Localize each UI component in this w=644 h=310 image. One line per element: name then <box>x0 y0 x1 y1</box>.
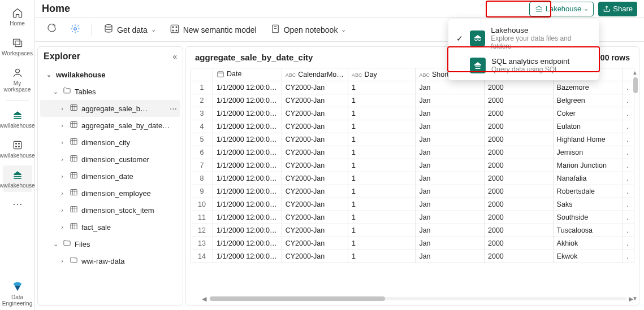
tree-folder-files[interactable]: ⌄ Files <box>40 235 180 252</box>
cell[interactable]: CY2000-Jan <box>282 198 348 211</box>
cell[interactable]: 1/1/2000 12:00:0… <box>213 94 282 107</box>
cell[interactable]: CY2000-Jan <box>282 211 348 224</box>
table-row[interactable]: 61/1/2000 12:00:0…CY2000-Jan1Jan2000Jemi… <box>191 146 634 159</box>
rail-data-engineering[interactable]: Data Engineering <box>3 277 32 310</box>
cell[interactable]: Tuscaloosa <box>553 224 623 237</box>
settings-button[interactable] <box>66 21 85 38</box>
cell[interactable]: Jan <box>416 107 485 120</box>
cell[interactable]: Bazemore <box>553 81 623 94</box>
refresh-button[interactable] <box>42 21 61 38</box>
cell[interactable]: 2000 <box>485 198 554 211</box>
cell[interactable]: CY2000-Jan <box>282 120 348 133</box>
table-row[interactable]: 91/1/2000 12:00:0…CY2000-Jan1Jan2000Robe… <box>191 185 634 198</box>
dropdown-item-lakehouse[interactable]: ✓ Lakehouse Explore your data files and … <box>448 23 599 54</box>
cell[interactable]: Belgreen <box>553 94 623 107</box>
rail-lakehouse-2[interactable]: wwilakehouse <box>3 136 32 162</box>
column-header[interactable]: Date <box>213 68 282 81</box>
tree-table-item[interactable]: › dimension_stock_item <box>40 202 180 219</box>
cell[interactable]: 1 <box>348 120 415 133</box>
tree-table-item[interactable]: › dimension_customer <box>40 151 180 168</box>
collapse-panel-icon[interactable]: « <box>172 52 177 61</box>
cell[interactable]: 2000 <box>485 172 554 185</box>
cell[interactable]: CY2000-Jan <box>282 250 348 263</box>
get-data-button[interactable]: Get data ⌄ <box>99 21 161 38</box>
cell[interactable]: 2000 <box>485 120 554 133</box>
cell[interactable]: Jan <box>416 224 485 237</box>
tree-table-item[interactable]: › dimension_city <box>40 134 180 151</box>
cell[interactable]: 1 <box>348 185 415 198</box>
vertical-scrollbar[interactable]: ▲ ▼ <box>633 77 638 294</box>
cell[interactable]: Jan <box>416 159 485 172</box>
cell[interactable]: Jan <box>416 211 485 224</box>
cell[interactable]: Robertsdale <box>553 185 623 198</box>
cell[interactable]: CY2000-Jan <box>282 94 348 107</box>
cell[interactable]: Jan <box>416 250 485 263</box>
cell[interactable]: 1 <box>348 133 415 146</box>
table-row[interactable]: 71/1/2000 12:00:0…CY2000-Jan1Jan2000Mari… <box>191 159 634 172</box>
cell[interactable]: Ekwok <box>553 250 623 263</box>
cell[interactable]: Highland Home <box>553 133 623 146</box>
cell[interactable]: 2000 <box>485 107 554 120</box>
table-row[interactable]: 131/1/2000 12:00:0…CY2000-Jan1Jan2000Akh… <box>191 237 634 250</box>
cell[interactable]: 2000 <box>485 81 554 94</box>
cell[interactable]: 1/1/2000 12:00:0… <box>213 224 282 237</box>
cell[interactable]: 2000 <box>485 224 554 237</box>
cell[interactable]: Jemison <box>553 146 623 159</box>
cell[interactable]: Jan <box>416 146 485 159</box>
table-row[interactable]: 101/1/2000 12:00:0…CY2000-Jan1Jan2000Sak… <box>191 198 634 211</box>
column-header[interactable]: ABCCalendarMo… <box>282 68 348 81</box>
scroll-left-icon[interactable]: ◀ <box>202 295 206 303</box>
cell[interactable]: 1 <box>348 172 415 185</box>
cell[interactable]: 1/1/2000 12:00:0… <box>213 250 282 263</box>
cell[interactable]: 2000 <box>485 159 554 172</box>
rail-workspaces[interactable]: Workspaces <box>3 33 32 60</box>
more-icon[interactable]: ⋯ <box>170 104 178 113</box>
h-scroll-thumb[interactable] <box>210 296 385 301</box>
cell[interactable]: 1/1/2000 12:00:0… <box>213 211 282 224</box>
cell[interactable]: Jan <box>416 172 485 185</box>
cell[interactable]: Jan <box>416 198 485 211</box>
cell[interactable]: Marion Junction <box>553 159 623 172</box>
cell[interactable]: 2000 <box>485 146 554 159</box>
scroll-down-icon[interactable]: ▼ <box>632 295 638 302</box>
tree-table-item[interactable]: › aggregate_sale_by_date… <box>40 117 180 134</box>
cell[interactable]: Jan <box>416 120 485 133</box>
cell[interactable]: 1/1/2000 12:00:0… <box>213 172 282 185</box>
column-header[interactable]: ABCDay <box>348 68 415 81</box>
cell[interactable]: Jan <box>416 133 485 146</box>
cell[interactable]: 2000 <box>485 94 554 107</box>
table-row[interactable]: 81/1/2000 12:00:0…CY2000-Jan1Jan2000Nana… <box>191 172 634 185</box>
cell[interactable]: 1/1/2000 12:00:0… <box>213 237 282 250</box>
table-row[interactable]: 121/1/2000 12:00:0…CY2000-Jan1Jan2000Tus… <box>191 224 634 237</box>
cell[interactable]: 2000 <box>485 237 554 250</box>
cell[interactable]: 1 <box>348 107 415 120</box>
cell[interactable]: 1 <box>348 224 415 237</box>
table-row[interactable]: 21/1/2000 12:00:0…CY2000-Jan1Jan2000Belg… <box>191 94 634 107</box>
table-row[interactable]: 51/1/2000 12:00:0…CY2000-Jan1Jan2000High… <box>191 133 634 146</box>
cell[interactable]: 1/1/2000 12:00:0… <box>213 198 282 211</box>
horizontal-scrollbar[interactable]: ◀ ▶ <box>191 296 634 302</box>
cell[interactable]: 1 <box>348 81 415 94</box>
cell[interactable]: 1 <box>348 237 415 250</box>
cell[interactable]: CY2000-Jan <box>282 133 348 146</box>
cell[interactable]: 1/1/2000 12:00:0… <box>213 146 282 159</box>
cell[interactable]: 1 <box>348 146 415 159</box>
cell[interactable]: 1/1/2000 12:00:0… <box>213 185 282 198</box>
cell[interactable]: 1/1/2000 12:00:0… <box>213 159 282 172</box>
dropdown-item-sql-endpoint[interactable]: SQL analytics endpoint Query data using … <box>448 54 599 77</box>
cell[interactable]: CY2000-Jan <box>282 107 348 120</box>
tree-table-item[interactable]: › dimension_employee <box>40 185 180 202</box>
table-row[interactable]: 41/1/2000 12:00:0…CY2000-Jan1Jan2000Eula… <box>191 120 634 133</box>
table-row[interactable]: 11/1/2000 12:00:0…CY2000-Jan1Jan2000Baze… <box>191 81 634 94</box>
lakehouse-mode-dropdown[interactable]: Lakehouse ⌄ <box>529 2 594 16</box>
cell[interactable]: Jan <box>416 185 485 198</box>
cell[interactable]: CY2000-Jan <box>282 224 348 237</box>
cell[interactable]: 1/1/2000 12:00:0… <box>213 133 282 146</box>
cell[interactable]: 2000 <box>485 133 554 146</box>
cell[interactable]: 2000 <box>485 250 554 263</box>
tree-table-item[interactable]: › dimension_date <box>40 168 180 185</box>
rail-lakehouse-3[interactable]: wwilakehouse <box>3 165 32 192</box>
tree-table-item[interactable]: › fact_sale <box>40 219 180 235</box>
cell[interactable]: 1/1/2000 12:00:0… <box>213 81 282 94</box>
scroll-up-icon[interactable]: ▲ <box>632 69 638 76</box>
